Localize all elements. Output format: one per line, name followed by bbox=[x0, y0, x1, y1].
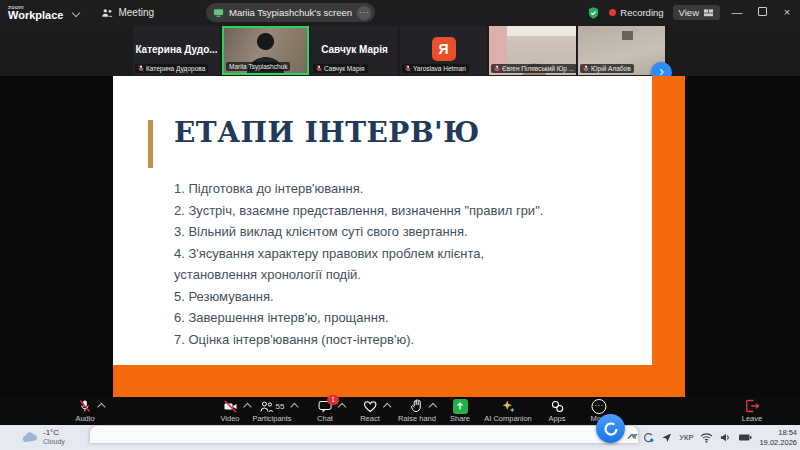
chevron-up-icon[interactable] bbox=[338, 403, 346, 411]
chevron-up-icon[interactable] bbox=[97, 403, 105, 411]
meeting-toolbar: Audio Video 55 bbox=[0, 397, 800, 425]
participant-tile-active-speaker[interactable]: Mariia Tsypiashchuk bbox=[222, 26, 309, 75]
audio-button[interactable]: Audio bbox=[75, 399, 94, 423]
avatar-letter: Я bbox=[438, 41, 448, 57]
participants-count: 55 bbox=[276, 402, 285, 411]
logo-main-text: Workplace bbox=[8, 10, 63, 21]
participant-name-text: Євген Пілявський Юр ... bbox=[502, 65, 574, 72]
ellipsis-icon: ··· bbox=[359, 8, 369, 17]
video-button[interactable]: Video bbox=[220, 399, 239, 423]
slide-content-panel: ЕТАПИ ІНТЕРВ'Ю 1. Підготовка до інтерв'ю… bbox=[113, 76, 652, 365]
participant-name-text: Yaroslava Hetman bbox=[413, 65, 466, 72]
view-button[interactable]: View bbox=[673, 5, 720, 20]
muted-mic-icon bbox=[79, 399, 92, 413]
participant-tile[interactable]: Савчук Марія Савчук Марія bbox=[311, 26, 398, 75]
title-bar: zoom Workplace Meeting Mariia Tsypiashch… bbox=[0, 0, 800, 25]
share-label: Share bbox=[450, 414, 470, 423]
participants-label: Participants bbox=[252, 414, 291, 423]
share-button[interactable]: Share bbox=[450, 399, 470, 423]
shared-screen-tab-label: Mariia Tsypiashchuk's screen bbox=[229, 7, 352, 18]
slide-list-item: 6. Завершення інтерв'ю, прощання. bbox=[174, 307, 543, 329]
muted-mic-icon bbox=[583, 65, 589, 72]
floating-blue-button[interactable] bbox=[596, 414, 625, 443]
slide-list-item: 5. Резюмування. bbox=[174, 286, 543, 308]
chat-button[interactable]: 1 Chat bbox=[317, 399, 333, 423]
participant-tile[interactable]: Я Yaroslava Hetman bbox=[400, 26, 487, 75]
zoom-workplace-logo: zoom Workplace bbox=[8, 4, 63, 21]
leave-label: Leave bbox=[742, 414, 762, 423]
participant-name-label: Катерина Дудорова bbox=[135, 64, 208, 73]
muted-mic-icon bbox=[316, 65, 322, 72]
apps-button[interactable]: Apps bbox=[548, 399, 565, 423]
recording-label: Recording bbox=[620, 7, 663, 18]
chevron-up-icon[interactable] bbox=[429, 403, 437, 411]
participant-strip: Катерина Дудо... Катерина Дудорова Marii… bbox=[0, 25, 800, 76]
more-ellipsis-icon: ··· bbox=[592, 399, 607, 414]
audio-label: Audio bbox=[75, 414, 94, 423]
shield-check-icon[interactable] bbox=[587, 6, 600, 20]
tab-shared-screen[interactable]: Mariia Tsypiashchuk's screen ··· bbox=[206, 3, 375, 22]
chevron-up-icon[interactable] bbox=[243, 403, 251, 411]
participant-tile[interactable]: Євген Пілявський Юр ... bbox=[489, 26, 576, 75]
tab-options-button[interactable]: ··· bbox=[357, 6, 371, 20]
weather-widget[interactable]: -1°C Cloudy bbox=[22, 428, 65, 445]
window-corner-caret[interactable] bbox=[630, 434, 638, 439]
battery-icon[interactable] bbox=[738, 432, 752, 443]
clock-time: 18:54 bbox=[759, 428, 797, 438]
chevron-up-icon[interactable] bbox=[290, 403, 298, 411]
react-button[interactable]: React bbox=[360, 399, 380, 423]
slide-list-item: 3. Вільний виклад клієнтом суті свого зв… bbox=[174, 221, 543, 243]
presentation-slide: ЕТАПИ ІНТЕРВ'Ю 1. Підготовка до інтерв'ю… bbox=[113, 76, 685, 397]
leave-icon bbox=[745, 399, 760, 413]
close-button[interactable]: × bbox=[779, 0, 795, 25]
maximize-icon bbox=[758, 7, 767, 16]
speaker-icon[interactable] bbox=[720, 432, 731, 443]
recording-dot-icon bbox=[609, 9, 616, 16]
recording-indicator: Recording bbox=[609, 7, 663, 18]
maximize-button[interactable] bbox=[754, 0, 770, 25]
slide-title: ЕТАПИ ІНТЕРВ'Ю bbox=[174, 116, 480, 149]
zoom-meeting-window: zoom Workplace Meeting Mariia Tsypiashch… bbox=[0, 0, 800, 450]
sync-icon[interactable] bbox=[642, 432, 654, 444]
heart-icon bbox=[363, 400, 377, 413]
arc-glyph-icon bbox=[603, 421, 619, 437]
participants-button[interactable]: 55 Participants bbox=[252, 399, 291, 423]
participant-name-label: Савчук Марія bbox=[313, 64, 368, 73]
meeting-tab-label: Meeting bbox=[118, 7, 154, 18]
slide-list-item-continuation: установлення хронології подій. bbox=[174, 264, 543, 286]
taskbar-clock[interactable]: 18:54 19.02.2026 bbox=[759, 428, 797, 448]
slide-list-item: 2. Зустріч, взаємне представлення, визна… bbox=[174, 200, 543, 222]
chat-badge: 1 bbox=[327, 395, 339, 405]
avatar: Я bbox=[432, 37, 456, 61]
meeting-people-icon bbox=[101, 7, 113, 19]
minimize-button[interactable]: — bbox=[729, 0, 745, 25]
location-icon[interactable] bbox=[661, 432, 672, 443]
clock-date: 19.02.2026 bbox=[759, 438, 797, 448]
windows-taskbar: -1°C Cloudy УКР bbox=[0, 425, 800, 450]
slide-list-item: 1. Підготовка до інтерв'ювання. bbox=[174, 178, 543, 200]
apps-label: Apps bbox=[548, 414, 565, 423]
participant-name-label: Євген Пілявський Юр ... bbox=[491, 64, 576, 73]
sparkle-icon bbox=[501, 399, 515, 413]
muted-mic-icon bbox=[138, 65, 144, 72]
participant-name-label: Yaroslava Hetman bbox=[402, 64, 469, 73]
participants-icon bbox=[260, 400, 274, 413]
tab-meeting[interactable]: Meeting bbox=[101, 7, 154, 19]
chevron-down-icon[interactable] bbox=[72, 8, 80, 16]
weather-temp: -1°C bbox=[43, 428, 65, 438]
raise-hand-button[interactable]: Raise hand bbox=[398, 399, 436, 423]
slide-list: 1. Підготовка до інтерв'ювання. 2. Зустр… bbox=[174, 178, 543, 350]
background-window-edge[interactable] bbox=[90, 426, 638, 443]
muted-mic-icon bbox=[405, 65, 411, 72]
chat-label: Chat bbox=[317, 414, 333, 423]
leave-button[interactable]: Leave bbox=[742, 399, 762, 423]
wifi-icon[interactable] bbox=[700, 432, 713, 443]
shared-screen-area: ЕТАПИ ІНТЕРВ'Ю 1. Підготовка до інтерв'ю… bbox=[0, 76, 800, 397]
title-bar-right: Recording View — × bbox=[587, 0, 795, 25]
chevron-up-icon[interactable] bbox=[383, 403, 391, 411]
participant-tile[interactable]: Катерина Дудо... Катерина Дудорова bbox=[133, 26, 220, 75]
ai-companion-button[interactable]: AI Companion bbox=[484, 399, 532, 423]
video-label: Video bbox=[220, 414, 239, 423]
language-indicator[interactable]: УКР bbox=[679, 433, 693, 442]
share-screen-icon bbox=[452, 399, 467, 414]
